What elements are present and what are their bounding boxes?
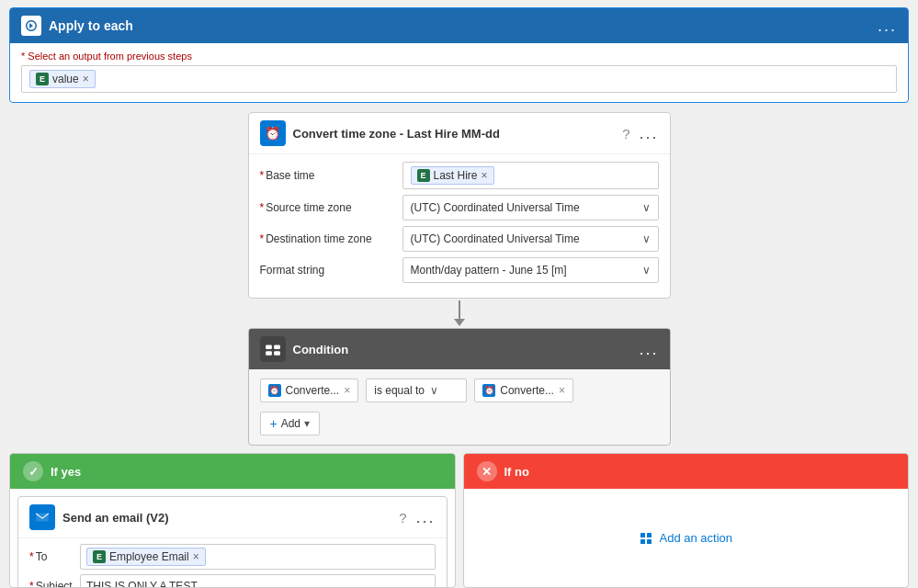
excel-icon-base: E [417, 169, 430, 182]
if-no-body: Add an action [464, 489, 909, 587]
email-to-input[interactable]: E Employee Email × [80, 544, 436, 570]
dest-tz-dropdown[interactable]: (UTC) Coordinated Universal Time ∨ [402, 226, 659, 252]
outlook-icon [29, 504, 55, 530]
svg-rect-22 [640, 533, 645, 537]
source-tz-arrow: ∨ [642, 201, 651, 214]
convert-title: Convert time zone - Last Hire MM-dd [293, 127, 500, 141]
base-time-value: E Last Hire × [402, 162, 659, 189]
condition-header-left: Condition [260, 336, 349, 362]
condition-add-button[interactable]: + Add ▾ [260, 412, 321, 435]
clock-icon: ⏰ [260, 120, 286, 146]
source-tz-row: Source time zone (UTC) Coordinated Unive… [260, 195, 659, 220]
employee-email-label: Employee Email [109, 550, 189, 563]
svg-rect-23 [647, 533, 652, 537]
email-subject-text: THIS IS ONLY A TEST [86, 580, 198, 588]
check-icon: ✓ [23, 461, 43, 481]
condition-tag-2[interactable]: ⏰ Converte... × [474, 379, 573, 402]
if-yes-panel: ✓ If yes Send an email (V2) [9, 453, 456, 588]
email-title: Send an email (V2) [62, 511, 169, 525]
outlook-svg [34, 509, 51, 526]
source-tz-dropdown[interactable]: (UTC) Coordinated Universal Time ∨ [402, 195, 659, 220]
convert-ellipsis-button[interactable]: ... [639, 124, 658, 143]
base-time-input[interactable]: E Last Hire × [402, 162, 659, 189]
email-ellipsis-button[interactable]: ... [415, 508, 435, 527]
dest-tz-row: Destination time zone (UTC) Coordinated … [260, 226, 659, 252]
app-wrapper: Apply to each ... * Select an output fro… [0, 0, 918, 588]
value-tag: E value × [29, 70, 96, 88]
email-help-icon[interactable]: ? [399, 510, 406, 526]
svg-rect-5 [36, 514, 49, 522]
email-header-right: ? ... [399, 508, 435, 527]
condition-tag-1-label: Converte... [286, 384, 340, 397]
condition-tag-1[interactable]: ⏰ Converte... × [260, 379, 359, 402]
value-tag-close[interactable]: × [83, 73, 89, 85]
source-tz-text: (UTC) Coordinated Universal Time [411, 201, 580, 214]
svg-rect-3 [274, 351, 280, 356]
excel-icon-small: E [36, 73, 49, 85]
add-action-button[interactable]: Add an action [639, 531, 732, 546]
apply-ellipsis-button[interactable]: ... [878, 17, 897, 36]
add-action-label: Add an action [659, 531, 732, 545]
convert-body: Base time E Last Hire × Source time zone [249, 154, 670, 298]
email-body: To E Employee Email × [18, 538, 447, 588]
plus-icon: + [270, 416, 278, 431]
add-action-icon [639, 531, 653, 546]
apply-to-each-block: Apply to each ... * Select an output fro… [9, 7, 909, 103]
email-subject-row: Subject THIS IS ONLY A TEST [29, 574, 436, 588]
condition-tag-2-close[interactable]: × [559, 384, 565, 397]
email-to-value: E Employee Email × [80, 544, 436, 570]
condition-block: Condition ... ⏰ Converte... × is equal t… [248, 328, 671, 446]
arrow-connector [454, 299, 465, 328]
condition-operator-dropdown[interactable]: is equal to ∨ [366, 379, 467, 402]
x-icon: ✕ [477, 461, 497, 481]
value-tag-label: value [52, 73, 79, 85]
svg-rect-1 [274, 345, 280, 350]
email-header: Send an email (V2) ? ... [18, 497, 447, 538]
send-email-block: Send an email (V2) ? ... To E [17, 496, 448, 588]
email-subject-input[interactable]: THIS IS ONLY A TEST [80, 574, 436, 588]
apply-to-each-header: Apply to each ... [10, 8, 908, 43]
add-chevron: ▾ [304, 417, 310, 430]
last-hire-close[interactable]: × [482, 169, 488, 182]
format-string-text: Month/day pattern - June 15 [m] [411, 264, 567, 277]
format-string-dropdown[interactable]: Month/day pattern - June 15 [m] ∨ [402, 257, 659, 283]
apply-body: * Select an output from previous steps E… [10, 43, 908, 102]
dest-tz-value: (UTC) Coordinated Universal Time ∨ [402, 226, 659, 252]
apply-field-label: * Select an output from previous steps [21, 51, 897, 62]
email-subject-label: Subject [29, 580, 80, 588]
email-to-label: To [29, 550, 80, 563]
svg-rect-2 [266, 351, 272, 356]
condition-tag-1-close[interactable]: × [344, 384, 350, 397]
svg-rect-24 [640, 539, 645, 544]
dest-tz-label: Destination time zone [260, 232, 402, 245]
flow-area: ⏰ Convert time zone - Last Hire MM-dd ? … [0, 103, 918, 446]
if-no-header: ✕ If no [464, 454, 909, 489]
base-time-label: Base time [260, 169, 402, 182]
format-string-row: Format string Month/day pattern - June 1… [260, 257, 659, 283]
condition-ellipsis-button[interactable]: ... [639, 340, 658, 359]
base-time-row: Base time E Last Hire × [260, 162, 659, 189]
email-subject-value: THIS IS ONLY A TEST [80, 574, 436, 588]
source-tz-label: Source time zone [260, 201, 402, 214]
last-hire-label: Last Hire [434, 169, 478, 182]
svg-rect-0 [266, 345, 272, 350]
arrow-head [454, 319, 465, 326]
excel-icon-to: E [93, 550, 106, 563]
if-yes-title: If yes [51, 465, 81, 479]
format-string-arrow: ∨ [642, 264, 651, 277]
convert-header-right: ? ... [622, 124, 658, 143]
convert-help-icon[interactable]: ? [622, 126, 629, 141]
condition-title: Condition [293, 343, 349, 356]
loop-icon [24, 18, 39, 33]
apply-header-icon [21, 16, 41, 36]
employee-email-close[interactable]: × [193, 550, 199, 563]
condition-row: ⏰ Converte... × is equal to ∨ ⏰ Converte… [260, 379, 659, 402]
condition-operator-arrow: ∨ [430, 384, 438, 397]
apply-title: Apply to each [49, 18, 133, 33]
if-no-title: If no [504, 465, 529, 479]
convert-icon-2: ⏰ [482, 384, 495, 397]
apply-header-left: Apply to each [21, 16, 133, 36]
convert-timezone-block: ⏰ Convert time zone - Last Hire MM-dd ? … [248, 112, 671, 299]
apply-tag-input[interactable]: E value × [21, 65, 897, 93]
dest-tz-arrow: ∨ [642, 232, 651, 245]
